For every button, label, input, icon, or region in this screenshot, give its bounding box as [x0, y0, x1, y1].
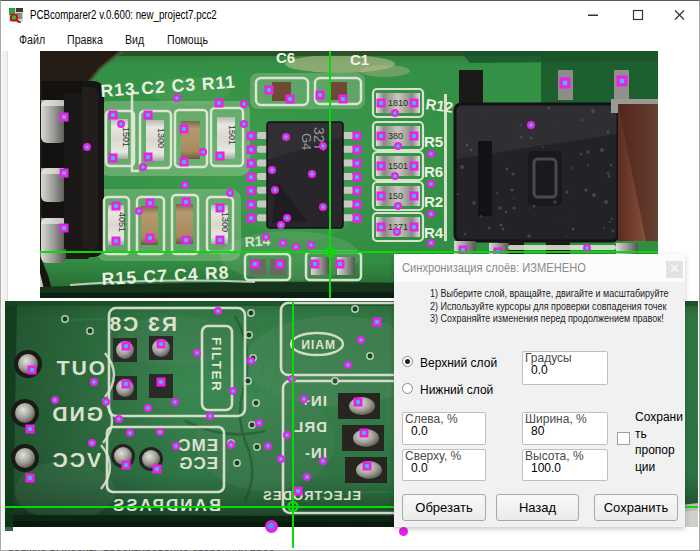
svg-text:1501: 1501: [121, 127, 131, 147]
svg-text:ELECTRODES: ELECTRODES: [262, 488, 361, 503]
svg-text:OUT: OUT: [55, 356, 105, 379]
svg-text:1501: 1501: [388, 161, 408, 171]
svg-text:FILTER: FILTER: [209, 337, 224, 392]
svg-text:R5: R5: [424, 133, 443, 150]
svg-text:C1: C1: [350, 51, 369, 68]
svg-text:4051: 4051: [117, 212, 127, 232]
svg-text:DRL: DRL: [293, 418, 327, 435]
svg-text:VCC: VCC: [51, 448, 101, 471]
svg-text:MAIN: MAIN: [300, 338, 335, 352]
svg-text:1501: 1501: [227, 125, 237, 145]
svg-text:1300: 1300: [220, 212, 230, 232]
svg-text:150: 150: [388, 191, 403, 201]
svg-text:1810: 1810: [388, 98, 408, 108]
svg-text:R4: R4: [424, 224, 444, 241]
svg-text:R3 C8: R3 C8: [107, 312, 177, 335]
svg-text:ECG: ECG: [178, 454, 218, 473]
svg-text:R6: R6: [424, 163, 443, 180]
svg-text:R2: R2: [424, 193, 443, 210]
svg-text:1300: 1300: [156, 128, 166, 148]
svg-text:380: 380: [388, 131, 403, 141]
svg-text:EMC: EMC: [177, 436, 218, 455]
svg-text:GND: GND: [50, 402, 103, 425]
svg-text:C6: C6: [276, 51, 295, 66]
